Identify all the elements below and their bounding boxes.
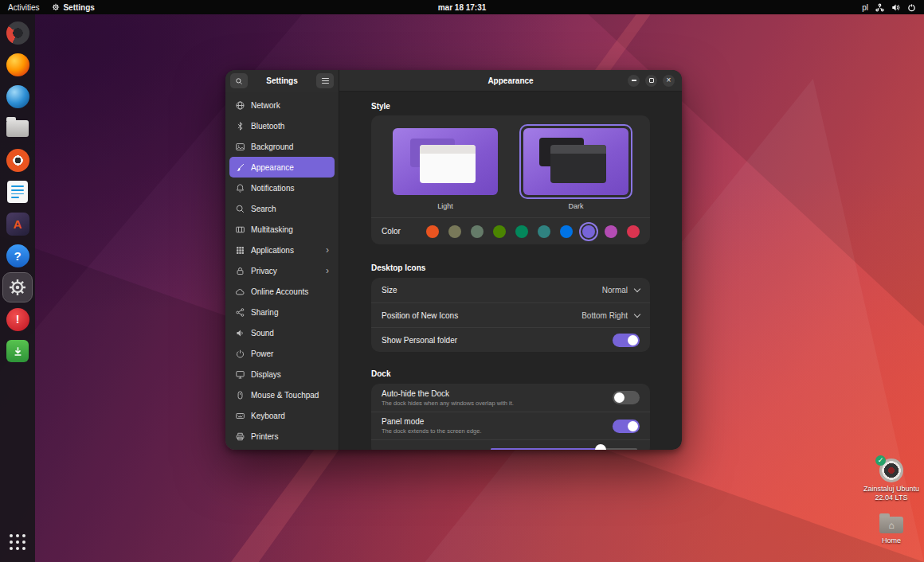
- sidebar-item-label: Sound: [251, 329, 274, 338]
- dock-icon-libreoffice-writer[interactable]: [3, 178, 32, 206]
- sidebar-item-label: Displays: [251, 370, 281, 379]
- color-label: Color: [382, 227, 401, 236]
- sidebar-item-bluetooth[interactable]: Bluetooth: [229, 115, 335, 136]
- sidebar-item-printers[interactable]: Printers: [229, 426, 335, 447]
- style-option-dark[interactable]: Dark: [519, 124, 632, 211]
- sidebar-item-applications[interactable]: Applications ›: [229, 240, 335, 260]
- share-icon: [235, 307, 245, 318]
- shortcut-label: 22.04 LTS: [862, 494, 921, 502]
- dock-section-title: Dock: [371, 369, 650, 379]
- app-menu-button[interactable]: Settings: [52, 3, 94, 12]
- panel-mode-toggle[interactable]: [613, 420, 640, 433]
- clock[interactable]: mar 18 17:31: [438, 3, 487, 12]
- dock-icon-update-notifier[interactable]: !: [3, 305, 32, 334]
- position-of-new-icons-row[interactable]: Position of New Icons Bottom Right: [371, 302, 650, 327]
- app-menu-label: Settings: [63, 3, 94, 12]
- style-option-label: Light: [389, 202, 502, 211]
- color-swatch-purple[interactable]: [582, 225, 595, 238]
- sidebar-item-search[interactable]: Search: [229, 198, 335, 219]
- sidebar-item-power[interactable]: Power: [229, 343, 335, 364]
- minimize-button[interactable]: [628, 75, 640, 87]
- sidebar-item-displays[interactable]: Displays: [229, 364, 335, 384]
- sidebar-item-label: Background: [251, 142, 293, 151]
- sidebar-title: Settings: [252, 76, 312, 85]
- sidebar-item-label: Online Accounts: [251, 287, 308, 296]
- activities-button[interactable]: Activities: [8, 3, 39, 12]
- sidebar-item-notifications[interactable]: Notifications: [229, 178, 335, 198]
- color-swatch-blue[interactable]: [560, 225, 573, 238]
- settings-window: Settings Network Bluetooth Background: [225, 70, 682, 450]
- color-swatch-red[interactable]: [627, 225, 640, 238]
- show-applications-button[interactable]: [6, 531, 29, 553]
- system-tray[interactable]: pl: [862, 3, 924, 12]
- style-option-light[interactable]: Light: [389, 124, 502, 211]
- power-icon[interactable]: [907, 3, 916, 12]
- color-swatch-olive[interactable]: [493, 225, 506, 238]
- size-row[interactable]: Size Normal: [371, 278, 650, 302]
- color-swatch-sage[interactable]: [471, 225, 484, 238]
- sidebar-item-label: Network: [251, 101, 280, 110]
- slider-handle[interactable]: [595, 444, 606, 450]
- sidebar-item-label: Printers: [251, 432, 278, 441]
- sidebar-item-label: Bluetooth: [251, 122, 284, 131]
- chevron-down-icon: [634, 286, 640, 292]
- color-swatch-viridian[interactable]: [515, 225, 528, 238]
- desktop-icon-home[interactable]: ⌂ Home: [862, 513, 921, 545]
- light-style-preview: [393, 128, 498, 195]
- auto-hide-subtitle: The dock hides when any windows overlap …: [382, 400, 514, 407]
- keyboard-icon: [235, 411, 245, 421]
- dock-icon-settings[interactable]: [3, 273, 32, 302]
- sidebar-item-privacy[interactable]: Privacy ›: [229, 260, 335, 281]
- sidebar-item-network[interactable]: Network: [229, 95, 335, 115]
- dock-icon-ubuntu-software[interactable]: A: [3, 209, 32, 238]
- network-icon: [235, 100, 245, 111]
- sidebar-item-label: Applications: [251, 246, 294, 255]
- auto-hide-dock-toggle[interactable]: [613, 391, 640, 404]
- sidebar-item-sound[interactable]: Sound: [229, 322, 335, 343]
- auto-hide-dock-row: Auto-hide the Dock The dock hides when a…: [371, 384, 650, 412]
- search-icon: [235, 77, 243, 85]
- dock-icon-thunderbird[interactable]: [3, 82, 32, 111]
- show-personal-folder-toggle[interactable]: [613, 334, 640, 347]
- close-button[interactable]: ×: [663, 75, 675, 87]
- style-section-title: Style: [371, 102, 650, 111]
- sidebar-item-online-accounts[interactable]: Online Accounts: [229, 281, 335, 302]
- search-icon: [235, 204, 245, 214]
- close-icon: ×: [667, 76, 671, 84]
- color-swatch-magenta[interactable]: [605, 225, 617, 238]
- toggle-knob: [628, 335, 638, 345]
- sidebar-item-keyboard[interactable]: Keyboard: [229, 405, 335, 426]
- dock-icon-files[interactable]: [3, 114, 32, 142]
- desktop-icon-install-ubuntu[interactable]: ✓ Zainstaluj Ubuntu 22.04 LTS: [862, 459, 921, 502]
- cloud-icon: [235, 287, 245, 297]
- volume-icon[interactable]: [891, 3, 900, 12]
- sidebar-item-mouse-touchpad[interactable]: Mouse & Touchpad: [229, 384, 335, 405]
- sidebar-item-label: Mouse & Touchpad: [251, 391, 319, 400]
- position-label: Position of New Icons: [382, 311, 458, 320]
- size-value: Normal: [602, 286, 628, 295]
- desktop-icons-section-title: Desktop Icons: [371, 263, 650, 273]
- style-option-label: Dark: [519, 202, 632, 211]
- dock-icon-firefox[interactable]: [3, 50, 32, 79]
- panel-mode-label: Panel mode: [382, 417, 482, 427]
- maximize-button[interactable]: [645, 75, 657, 87]
- keyboard-layout-indicator[interactable]: pl: [862, 3, 868, 12]
- dock-group: Auto-hide the Dock The dock hides when a…: [371, 384, 650, 450]
- network-icon[interactable]: [875, 3, 884, 12]
- main-menu-button[interactable]: [316, 73, 334, 88]
- color-swatch-prussian-green[interactable]: [538, 225, 550, 238]
- color-swatch-bark[interactable]: [448, 225, 461, 238]
- dock-icon-help[interactable]: ?: [3, 241, 32, 270]
- sidebar-item-background[interactable]: Background: [229, 136, 335, 157]
- dock-icon-software-updater[interactable]: [3, 337, 32, 365]
- sidebar-item-sharing[interactable]: Sharing: [229, 302, 335, 322]
- sidebar-headerbar: Settings: [225, 70, 339, 92]
- sidebar-item-appearance[interactable]: Appearance: [229, 157, 335, 178]
- dock-icon-rhythmbox[interactable]: [3, 146, 32, 174]
- dock-icon-ubuntu-installer[interactable]: [3, 18, 32, 47]
- sidebar-item-multitasking[interactable]: Multitasking: [229, 219, 335, 240]
- sidebar-item-label: Power: [251, 349, 273, 358]
- slider-fill: [491, 448, 601, 450]
- color-swatch-orange[interactable]: [426, 225, 439, 238]
- search-button[interactable]: [230, 73, 248, 88]
